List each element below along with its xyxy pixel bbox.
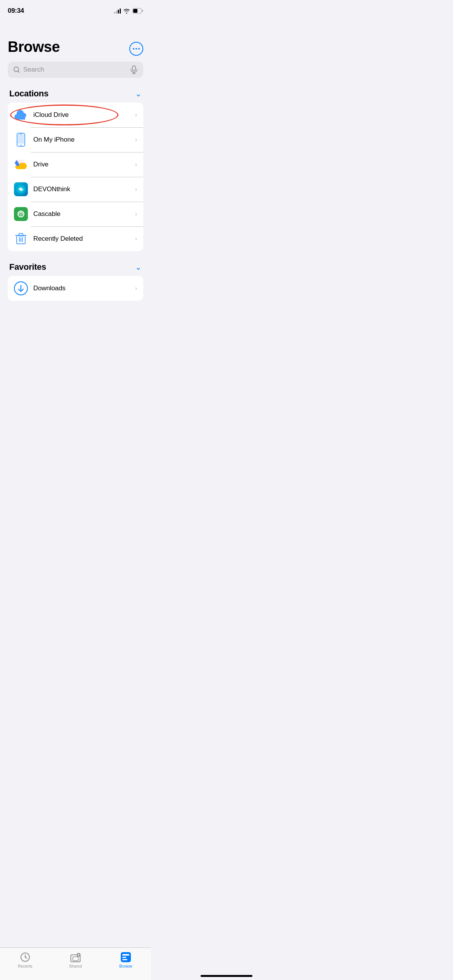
icloud-drive-item[interactable]: iCloud Drive › [8,103,143,127]
signal-bars-icon [114,8,121,14]
more-dots-icon [133,48,140,50]
search-bar[interactable]: Search [8,62,143,78]
svg-point-12 [20,214,22,216]
locations-title: Locations [9,89,48,99]
locations-chevron-icon[interactable]: ⌄ [135,89,142,98]
devonthink-item[interactable]: DEVONthink › [8,177,143,202]
status-time: 09:34 [8,7,24,15]
battery-icon [132,8,143,14]
google-drive-chevron-icon: › [135,161,137,168]
microphone-icon [130,65,138,74]
recently-deleted-item[interactable]: Recently Deleted › [8,226,143,251]
wifi-icon [123,8,130,14]
recently-deleted-label: Recently Deleted [33,235,135,243]
favorites-list: Downloads › [8,276,143,301]
page-title: Browse [8,39,143,55]
svg-rect-1 [133,9,137,13]
favorites-header: Favorites ⌄ [8,262,143,272]
cascable-chevron-icon: › [135,211,137,218]
svg-rect-5 [18,134,24,144]
downloads-item[interactable]: Downloads › [8,276,143,301]
google-drive-label: Drive [33,161,135,168]
recently-deleted-chevron-icon: › [135,235,137,242]
trash-icon [14,232,28,246]
header-area: Browse Search [0,39,151,78]
devonthink-label: DEVONthink [33,185,135,193]
downloads-label: Downloads [33,284,135,292]
locations-list: iCloud Drive › On My iPhone › [8,103,143,251]
status-bar: 09:34 [0,0,151,19]
favorites-chevron-icon[interactable]: ⌄ [135,262,142,272]
svg-point-6 [21,145,22,146]
favorites-title: Favorites [9,262,46,272]
icloud-icon [14,108,28,122]
cascable-icon [14,207,28,221]
svg-rect-3 [132,66,136,71]
on-my-iphone-item[interactable]: On My iPhone › [8,127,143,152]
search-placeholder: Search [23,66,127,74]
iphone-icon [14,133,28,147]
status-icons [114,8,143,14]
svg-rect-7 [20,134,22,135]
favorites-section: Favorites ⌄ Downloads › [0,262,151,301]
devonthink-chevron-icon: › [135,186,137,193]
locations-header: Locations ⌄ [8,89,143,99]
cascable-item[interactable]: Cascable › [8,202,143,226]
search-icon [13,66,20,73]
google-drive-icon [14,158,28,171]
locations-section: Locations ⌄ iCloud Drive › [0,89,151,251]
icloud-drive-label: iCloud Drive [33,111,135,119]
svg-point-2 [14,67,19,72]
on-my-iphone-label: On My iPhone [33,136,135,144]
cascable-label: Cascable [33,210,135,218]
devonthink-icon [14,182,28,196]
downloads-chevron-icon: › [135,285,137,292]
more-button[interactable] [129,42,143,56]
on-my-iphone-chevron-icon: › [135,136,137,143]
download-icon [14,281,28,295]
icloud-drive-chevron-icon: › [135,111,137,118]
main-content: Browse Search Locations ⌄ [0,39,151,350]
google-drive-item[interactable]: Drive › [8,152,143,177]
